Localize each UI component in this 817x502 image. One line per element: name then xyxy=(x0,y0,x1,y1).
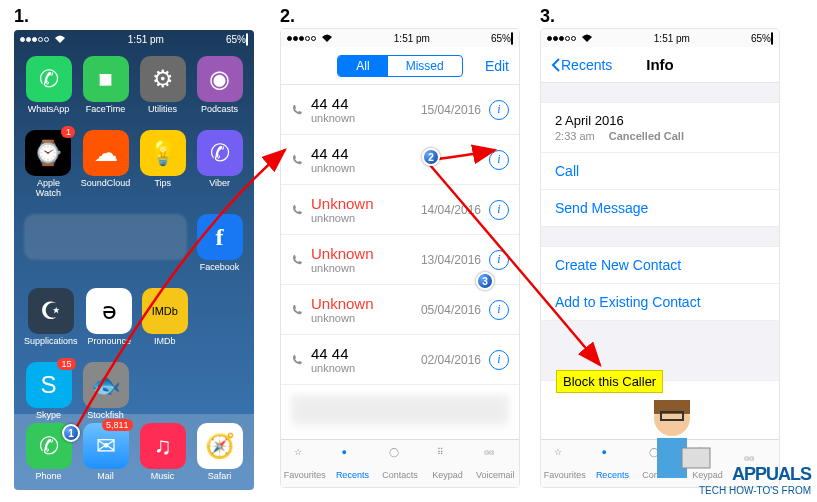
badge: 5,811 xyxy=(102,419,133,431)
phone-icon xyxy=(291,354,303,366)
star-icon: ☆ xyxy=(554,447,576,469)
recents-row[interactable]: 44 44unknown15/04/2016i xyxy=(281,85,519,135)
utilities-icon: ⚙ xyxy=(140,56,186,102)
viber-icon: ✆ xyxy=(197,130,243,176)
recents-row[interactable]: Unknownunknown31/03/2016i xyxy=(281,435,519,437)
app-whatsapp[interactable]: ✆WhatsApp xyxy=(24,56,73,114)
call-time: 2:33 am xyxy=(555,130,595,142)
info-icon[interactable]: i xyxy=(489,150,509,170)
app-mail[interactable]: ✉5,811Mail xyxy=(83,423,129,481)
caller-sub: unknown xyxy=(311,162,473,174)
imdb-icon: IMDb xyxy=(142,288,188,334)
caller-name: 44 44 xyxy=(311,345,413,362)
call-date: 15/04/2016 xyxy=(421,103,481,117)
supplications-icon: ☪ xyxy=(28,288,74,334)
call-date: 2 April 2016 xyxy=(555,113,765,128)
app-label: Pronounce xyxy=(88,336,132,346)
app-apple-watch[interactable]: ⌚1Apple Watch xyxy=(24,130,73,198)
whatsapp-icon: ✆ xyxy=(26,56,72,102)
app-safari[interactable]: 🧭Safari xyxy=(197,423,243,481)
recents-row[interactable]: 44 44unknown02/04/2016i xyxy=(281,335,519,385)
app-tips[interactable]: 💡Tips xyxy=(138,130,187,198)
edit-button[interactable]: Edit xyxy=(485,58,509,74)
send-message-action[interactable]: Send Message xyxy=(541,190,779,227)
app-podcasts[interactable]: ◉Podcasts xyxy=(195,56,244,114)
keypad-icon: ⠿ xyxy=(437,447,459,469)
app-label: Utilities xyxy=(148,104,177,114)
app-supplications[interactable]: ☪Supplications xyxy=(24,288,78,346)
app-music[interactable]: ♫Music xyxy=(140,423,186,481)
contact-icon: ◯ xyxy=(389,447,411,469)
caller-name: Unknown xyxy=(311,295,413,312)
tab-favourites[interactable]: ☆Favourites xyxy=(281,440,329,487)
app-soundcloud[interactable]: ☁SoundCloud xyxy=(81,130,131,198)
recents-row[interactable]: Unknownunknown14/04/2016i xyxy=(281,185,519,235)
spacer xyxy=(541,83,779,103)
recents-row[interactable]: Unknownunknown05/04/2016i xyxy=(281,285,519,335)
signal-icon xyxy=(547,33,593,44)
app-utilities[interactable]: ⚙Utilities xyxy=(138,56,187,114)
app-label: Supplications xyxy=(24,336,78,346)
app-imdb[interactable]: IMDbIMDb xyxy=(141,288,188,346)
music-icon: ♫ xyxy=(140,423,186,469)
soundcloud-icon: ☁ xyxy=(83,130,129,176)
step-marker-1: 1 xyxy=(62,424,80,442)
seg-missed[interactable]: Missed xyxy=(388,56,462,76)
app-facebook[interactable]: fFacebook xyxy=(195,214,244,272)
tab-keypad[interactable]: ⠿Keypad xyxy=(424,440,472,487)
skype-icon: S15 xyxy=(26,362,72,408)
info-icon[interactable]: i xyxy=(489,100,509,120)
step-3-label: 3. xyxy=(540,6,555,27)
recents-row[interactable]: 44 44unknowni xyxy=(281,135,519,185)
app-label: Viber xyxy=(209,178,230,188)
facetime-icon: ■ xyxy=(83,56,129,102)
seg-all[interactable]: All xyxy=(338,56,387,76)
info-icon[interactable]: i xyxy=(489,250,509,270)
app-label: WhatsApp xyxy=(28,104,70,114)
app-stockfish[interactable]: 🐟Stockfish xyxy=(81,362,130,420)
app-viber[interactable]: ✆Viber xyxy=(195,130,244,198)
tab-contacts[interactable]: ◯Contacts xyxy=(376,440,424,487)
call-status: Cancelled Call xyxy=(609,130,684,142)
info-icon[interactable]: i xyxy=(489,200,509,220)
tab-recents[interactable]: ●Recents xyxy=(329,440,377,487)
app-facetime[interactable]: ■FaceTime xyxy=(81,56,130,114)
status-bar: 1:51 pm 65% xyxy=(541,29,779,47)
home-row: fFacebook xyxy=(14,206,254,280)
phone-icon xyxy=(291,204,303,216)
phone-home-screen: 1:51 pm 65% ✆WhatsApp■FaceTime⚙Utilities… xyxy=(14,30,254,490)
status-bar: 1:51 pm 65% xyxy=(281,29,519,47)
add-existing-action[interactable]: Add to Existing Contact xyxy=(541,284,779,321)
status-battery: 65% xyxy=(491,33,513,44)
call-action[interactable]: Call xyxy=(541,153,779,190)
app-label: Mail xyxy=(97,471,114,481)
step-2-label: 2. xyxy=(280,6,295,27)
back-button[interactable]: Recents xyxy=(551,57,612,73)
app-label: FaceTime xyxy=(86,104,126,114)
tab-favourites[interactable]: ☆Favourites xyxy=(541,440,589,487)
phone-icon xyxy=(291,154,303,166)
caller-sub: unknown xyxy=(311,312,413,324)
status-battery: 65% xyxy=(751,33,773,44)
home-row: ✆WhatsApp■FaceTime⚙Utilities◉Podcasts xyxy=(14,48,254,122)
app-pronounce[interactable]: əPronounce xyxy=(86,288,133,346)
recents-list: 44 44unknown15/04/2016i44 44unknowniUnkn… xyxy=(281,85,519,437)
mail-icon: ✉5,811 xyxy=(83,423,129,469)
step-marker-3: 3 xyxy=(476,272,494,290)
info-icon[interactable]: i xyxy=(489,300,509,320)
caller-name: 44 44 xyxy=(311,95,413,112)
recents-row[interactable] xyxy=(281,385,519,435)
phone-icon xyxy=(291,304,303,316)
tab-voicemail[interactable]: ⌾⌾Voicemail xyxy=(471,440,519,487)
info-icon[interactable]: i xyxy=(489,350,509,370)
segmented-control[interactable]: All Missed xyxy=(337,55,462,77)
phone-recents: 1:51 pm 65% All Missed Edit 44 44unknown… xyxy=(280,28,520,488)
star-icon: ☆ xyxy=(294,447,316,469)
badge: 1 xyxy=(61,126,75,138)
call-record: 2 April 2016 2:33 amCancelled Call xyxy=(541,103,779,153)
pronounce-icon: ə xyxy=(86,288,132,334)
app-skype[interactable]: S15Skype xyxy=(24,362,73,420)
app-label: Music xyxy=(151,471,175,481)
create-contact-action[interactable]: Create New Contact xyxy=(541,247,779,284)
caller-name: Unknown xyxy=(311,245,413,262)
